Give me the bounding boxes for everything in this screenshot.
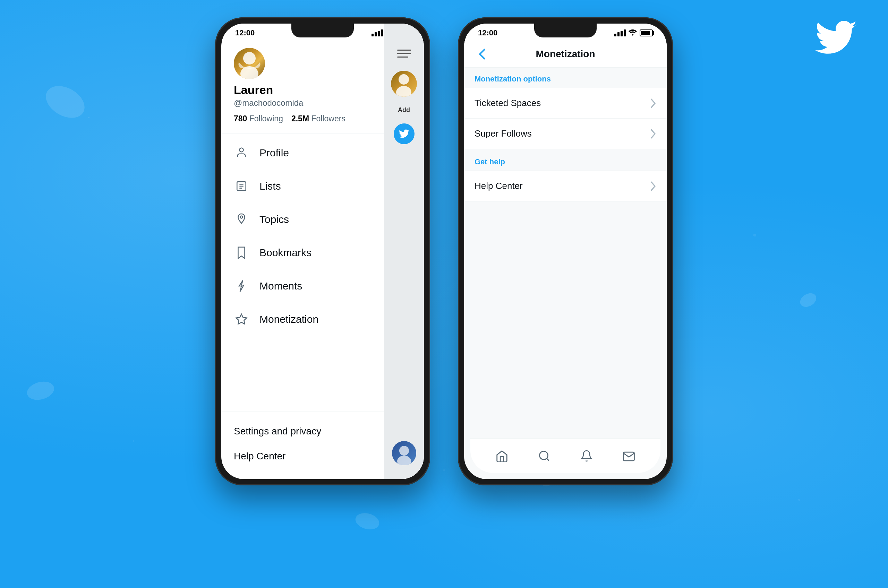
moments-icon: [234, 278, 249, 294]
side-panel: Add: [384, 24, 424, 479]
list-icon: [234, 178, 249, 194]
side-profile-thumb: [392, 441, 416, 465]
person-icon: [234, 145, 249, 160]
lists-menu-label: Lists: [260, 180, 281, 192]
help-center-monetization-item[interactable]: Help Center: [464, 171, 667, 201]
ticketed-spaces-chevron: [650, 98, 656, 108]
settings-label: Settings and privacy: [234, 426, 321, 436]
topics-menu-label: Topics: [260, 214, 289, 225]
battery-icon-right: [640, 30, 653, 36]
super-follows-chevron: [650, 129, 656, 139]
svg-point-11: [396, 86, 412, 97]
monetization-menu-label: Monetization: [260, 314, 319, 325]
star-icon: [234, 312, 249, 327]
help-center-label: Help Center: [475, 181, 523, 191]
help-center-chevron: [650, 181, 656, 191]
topics-icon: [234, 212, 249, 227]
monetization-content: Monetization options Ticketed Spaces Sup…: [464, 68, 667, 479]
svg-point-2: [239, 148, 243, 152]
profile-menu-label: Profile: [260, 147, 289, 159]
monetization-screen-header: Monetization: [464, 41, 667, 68]
bookmarks-menu-label: Bookmarks: [260, 247, 311, 259]
add-label: Add: [398, 106, 410, 114]
right-phone: 12:00: [458, 17, 673, 485]
bookmark-icon: [234, 245, 249, 260]
svg-point-7: [240, 216, 243, 218]
back-button[interactable]: [475, 46, 490, 62]
help-label: Help Center: [234, 451, 285, 462]
signal-icon-left: [371, 30, 383, 36]
svg-point-10: [398, 74, 409, 85]
side-avatar: [391, 71, 417, 97]
notifications-nav-icon[interactable]: [578, 447, 595, 465]
get-help-header: Get help: [464, 150, 667, 171]
twitter-nav-icon[interactable]: [394, 123, 415, 144]
super-follows-label: Super Follows: [475, 128, 532, 139]
followers-label: Followers: [311, 114, 345, 123]
svg-point-12: [399, 446, 409, 456]
svg-marker-8: [239, 280, 244, 292]
svg-point-14: [540, 451, 548, 459]
home-nav-icon[interactable]: [493, 447, 511, 465]
signal-icon-right: [614, 30, 626, 36]
moments-menu-label: Moments: [260, 280, 302, 292]
wifi-icon-right: [628, 30, 637, 36]
bottom-nav: [470, 438, 660, 473]
monetization-options-header: Monetization options: [464, 68, 667, 88]
hamburger-icon: [394, 46, 415, 61]
svg-point-0: [243, 52, 255, 64]
svg-point-13: [397, 456, 411, 465]
phone-notch-right: [534, 24, 597, 38]
following-count: 780: [234, 114, 247, 123]
messages-nav-icon[interactable]: [620, 447, 637, 465]
search-nav-icon[interactable]: [536, 447, 553, 465]
svg-marker-9: [236, 314, 246, 324]
phone-notch-left: [291, 24, 354, 38]
time-right: 12:00: [478, 28, 497, 38]
time-left: 12:00: [235, 28, 255, 38]
ticketed-spaces-label: Ticketed Spaces: [475, 98, 541, 108]
super-follows-item[interactable]: Super Follows: [464, 118, 667, 149]
left-phone: 12:00: [215, 17, 430, 485]
avatar: [234, 48, 265, 79]
phones-container: 12:00: [0, 17, 888, 588]
following-label: Following: [249, 114, 283, 123]
followers-count: 2.5M: [291, 114, 309, 123]
ticketed-spaces-item[interactable]: Ticketed Spaces: [464, 88, 667, 118]
page-title: Monetization: [536, 48, 595, 60]
